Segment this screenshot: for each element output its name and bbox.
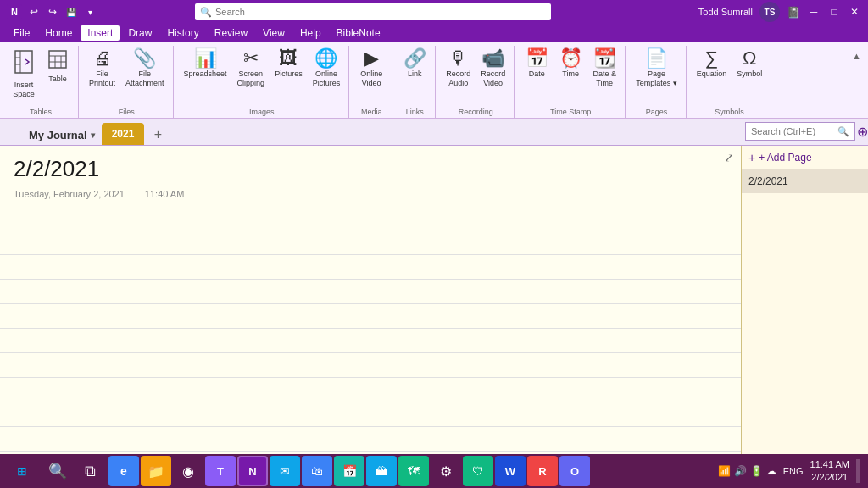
ribbon-group-timestamp: 📅 Date ⏰ Time 📆 Date &Time Time Stamp xyxy=(516,46,626,118)
show-desktop-btn[interactable] xyxy=(856,459,860,483)
volume-icon[interactable]: 🔊 xyxy=(734,465,747,477)
sys-tray-icons: 📶 🔊 🔋 ☁ xyxy=(718,465,776,477)
menu-draw[interactable]: Draw xyxy=(121,25,159,41)
menu-insert[interactable]: Insert xyxy=(81,25,120,41)
file-attachment-btn[interactable]: 📎 FileAttachment xyxy=(122,47,168,90)
menu-file[interactable]: File xyxy=(7,25,36,41)
page-item-1[interactable]: 2/2/2021 xyxy=(742,169,868,193)
files-group-label: Files xyxy=(119,108,135,118)
redo-btn[interactable]: ↪ xyxy=(46,5,59,19)
taskbar-app-security[interactable]: 🛡 xyxy=(463,456,493,486)
maximize-btn[interactable]: □ xyxy=(827,5,841,19)
page-title[interactable]: 2/2/2021 xyxy=(14,156,727,182)
taskbar-app-outlook[interactable]: ✉ xyxy=(270,456,300,486)
taskbar-app-word[interactable]: W xyxy=(495,456,526,486)
date-time-btn[interactable]: 📆 Date &Time xyxy=(589,47,620,90)
online-pictures-btn[interactable]: 🌐 OnlinePictures xyxy=(309,47,344,90)
menu-home[interactable]: Home xyxy=(38,25,79,41)
pictures-btn[interactable]: 🖼 Pictures xyxy=(271,47,306,80)
menu-history[interactable]: History xyxy=(160,25,205,41)
section-tab-2021[interactable]: 2021 xyxy=(102,123,145,145)
undo-btn[interactable]: ↩ xyxy=(27,5,41,19)
taskbar-app-settings[interactable]: ⚙ xyxy=(431,456,461,486)
screen-clipping-btn[interactable]: ✂ ScreenClipping xyxy=(234,47,269,90)
notebook-name: My Journal xyxy=(29,129,87,141)
symbol-btn[interactable]: Ω Symbol xyxy=(733,47,765,80)
menu-biblenote[interactable]: BibleNote xyxy=(330,25,387,41)
network-icon[interactable]: 📶 xyxy=(718,465,731,477)
minimize-btn[interactable]: ─ xyxy=(807,5,821,19)
taskbar-time-display: 11:41 AM xyxy=(810,458,849,471)
taskbar-app-photos[interactable]: 🏔 xyxy=(366,456,397,486)
title-search-input[interactable] xyxy=(215,7,546,17)
taskbar-datetime[interactable]: 11:41 AM 2/2/2021 xyxy=(810,458,849,485)
start-button[interactable]: ⊞ xyxy=(3,454,41,488)
page-title-area: 2/2/2021 xyxy=(0,146,741,186)
title-bar-left: N ↩ ↪ 💾 ▾ xyxy=(7,4,97,19)
date-label: Date xyxy=(529,69,545,79)
user-avatar[interactable]: TS xyxy=(760,2,780,22)
menu-help[interactable]: Help xyxy=(293,25,328,41)
onedrive-icon[interactable]: ☁ xyxy=(766,465,776,477)
add-section-btn[interactable]: + xyxy=(147,125,168,145)
notebook-checkbox[interactable] xyxy=(14,130,25,141)
table-btn[interactable]: Table xyxy=(42,47,73,86)
pictures-label: Pictures xyxy=(275,69,303,79)
page-date: Tuesday, February 2, 2021 xyxy=(14,189,125,199)
language-indicator[interactable]: ENG xyxy=(780,466,807,476)
equation-btn[interactable]: ∑ Equation xyxy=(693,47,731,80)
notebook-icon[interactable]: 📓 xyxy=(787,5,800,19)
equation-label: Equation xyxy=(697,69,727,79)
online-video-btn[interactable]: ▶ OnlineVideo xyxy=(356,47,387,90)
notebook-search-area: 🔍 ⊕ xyxy=(745,122,868,141)
svg-rect-4 xyxy=(49,51,66,68)
note-lines[interactable] xyxy=(0,230,741,454)
taskbar-app-teams[interactable]: T xyxy=(205,456,236,486)
page-templates-btn[interactable]: 📄 PageTemplates ▾ xyxy=(632,47,681,90)
date-btn[interactable]: 📅 Date xyxy=(521,47,552,80)
taskbar-app-edge[interactable]: e xyxy=(108,456,139,486)
title-search-bar: 🔍 xyxy=(195,3,551,20)
taskbar-search-btn[interactable]: 🔍 xyxy=(42,456,73,486)
insert-space-btn[interactable]: InsertSpace xyxy=(8,47,39,101)
search-expand-icon[interactable]: ⊕ xyxy=(857,124,868,140)
menu-bar: File Home Insert Draw History Review Vie… xyxy=(0,24,868,42)
ribbon-group-links: 🔗 Link Links xyxy=(394,46,436,118)
menu-view[interactable]: View xyxy=(256,25,292,41)
battery-icon[interactable]: 🔋 xyxy=(750,465,763,477)
notebook-selector[interactable]: My Journal ▾ xyxy=(7,125,102,145)
ribbon-collapse-btn[interactable]: ▲ xyxy=(849,49,865,63)
overflow-btn[interactable]: ▾ xyxy=(83,5,97,19)
link-btn[interactable]: 🔗 Link xyxy=(399,47,430,80)
menu-review[interactable]: Review xyxy=(208,25,254,41)
symbols-group-label: Symbols xyxy=(715,108,744,118)
recording-group-label: Recording xyxy=(459,108,493,118)
file-printout-btn[interactable]: 🖨 FilePrintout xyxy=(86,47,119,90)
tabs-area: My Journal ▾ 2021 + 🔍 ⊕ xyxy=(0,119,868,146)
taskbar-app-store[interactable]: 🛍 xyxy=(302,456,332,486)
taskbar-app-chrome[interactable]: ◉ xyxy=(173,456,203,486)
notebook-search-icon: 🔍 xyxy=(837,126,849,137)
task-view-btn[interactable]: ⧉ xyxy=(75,456,105,486)
spreadsheet-btn[interactable]: 📊 Spreadsheet xyxy=(181,47,231,80)
taskbar-app-onenote[interactable]: N xyxy=(237,456,268,486)
taskbar-app-purple2[interactable]: O xyxy=(559,456,590,486)
close-btn[interactable]: ✕ xyxy=(848,5,861,19)
expand-page-btn[interactable]: ⤢ xyxy=(721,149,737,166)
note-page[interactable]: ⤢ 2/2/2021 Tuesday, February 2, 2021 11:… xyxy=(0,146,741,454)
taskbar-date-display: 2/2/2021 xyxy=(810,471,849,484)
add-page-btn[interactable]: + + Add Page xyxy=(742,146,868,169)
title-bar: N ↩ ↪ 💾 ▾ 🔍 2/2/2021 - OneNote Todd Sumr… xyxy=(0,0,868,24)
title-bar-right: Todd Sumrall TS 📓 ─ □ ✕ xyxy=(698,2,861,22)
taskbar-app-file-explorer[interactable]: 📁 xyxy=(141,456,171,486)
record-audio-label: RecordAudio xyxy=(446,69,470,88)
taskbar-app-maps[interactable]: 🗺 xyxy=(398,456,429,486)
save-btn[interactable]: 💾 xyxy=(64,5,78,19)
time-btn[interactable]: ⏰ Time xyxy=(555,47,586,80)
record-audio-btn[interactable]: 🎙 RecordAudio xyxy=(442,47,474,90)
record-video-label: RecordVideo xyxy=(481,69,505,88)
taskbar-app-calendar[interactable]: 📅 xyxy=(334,456,364,486)
record-video-btn[interactable]: 📹 RecordVideo xyxy=(477,47,509,90)
taskbar-app-red[interactable]: R xyxy=(527,456,558,486)
online-pictures-label: OnlinePictures xyxy=(313,69,341,88)
